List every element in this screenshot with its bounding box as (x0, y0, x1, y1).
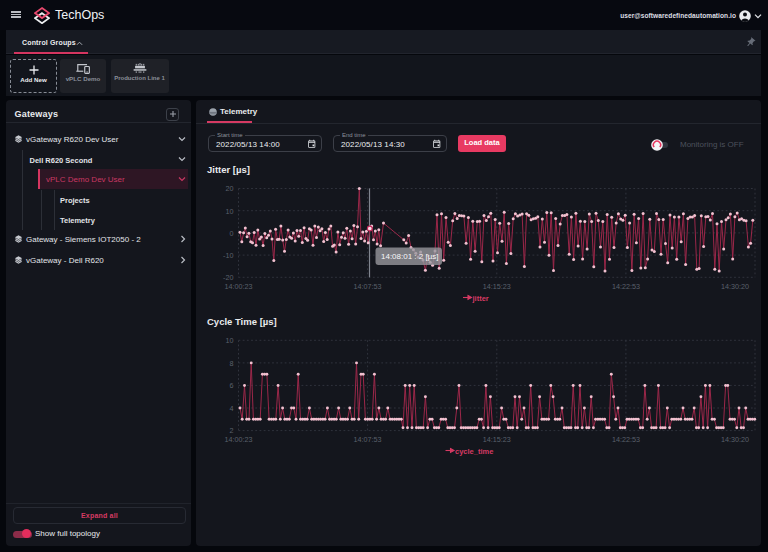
svg-text:cycle_time: cycle_time (455, 447, 493, 456)
svg-text:10: 10 (226, 336, 234, 345)
svg-text:14:07:53: 14:07:53 (354, 282, 382, 291)
svg-text:Cycle Time [µs]: Cycle Time [µs] (207, 316, 277, 327)
svg-text:2: 2 (230, 426, 234, 435)
svg-text:14:00:23: 14:00:23 (225, 282, 253, 291)
svg-text:10: 10 (226, 207, 234, 216)
svg-text:0: 0 (230, 229, 234, 238)
svg-text:20: 20 (226, 184, 234, 193)
svg-text:jitter: jitter (472, 294, 489, 303)
svg-text:14:07:53: 14:07:53 (354, 435, 382, 444)
svg-text:14:22:53: 14:22:53 (612, 282, 640, 291)
svg-text:4: 4 (230, 404, 234, 413)
svg-text:14:30:20: 14:30:20 (721, 435, 749, 444)
svg-text:-10: -10 (223, 251, 233, 260)
svg-text:-20: -20 (223, 273, 233, 282)
svg-text:14:22:53: 14:22:53 (612, 435, 640, 444)
svg-text:14:30:20: 14:30:20 (721, 282, 749, 291)
svg-text:14:08:01 : 2 [µs]: 14:08:01 : 2 [µs] (381, 252, 439, 261)
svg-text:14:15:23: 14:15:23 (483, 435, 511, 444)
svg-text:6: 6 (230, 381, 234, 390)
svg-text:8: 8 (230, 359, 234, 368)
svg-text:14:00:23: 14:00:23 (225, 435, 253, 444)
svg-text:14:15:23: 14:15:23 (483, 282, 511, 291)
svg-text:Jitter [µs]: Jitter [µs] (207, 164, 250, 175)
